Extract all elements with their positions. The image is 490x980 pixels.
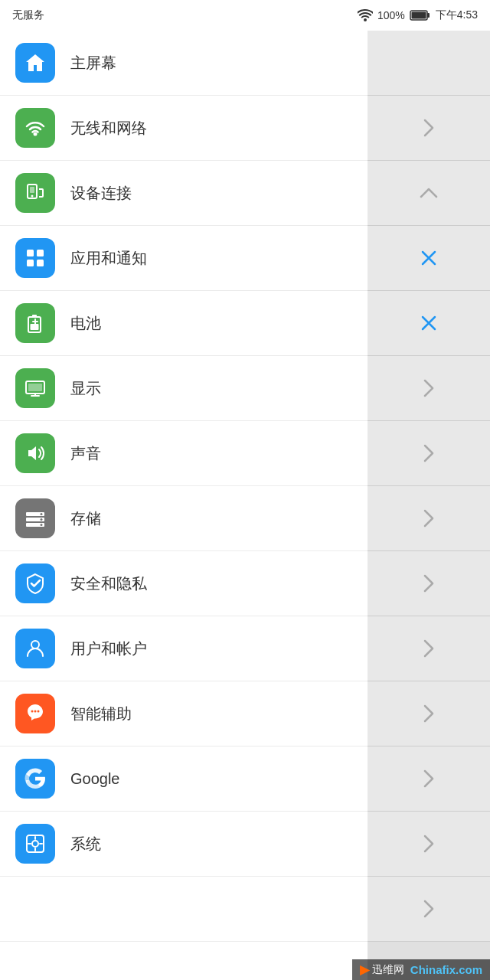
storage-icon	[15, 498, 55, 538]
sidebar-item-assistant[interactable]: 智能辅助	[0, 681, 368, 746]
sidebar-item-wifi[interactable]: 无线和网络	[0, 96, 368, 161]
device-label: 设备连接	[70, 183, 132, 204]
svg-point-3	[34, 132, 38, 136]
svg-point-20	[41, 513, 43, 515]
scroll-item-3[interactable]	[368, 226, 490, 291]
system-label: 系统	[70, 834, 101, 854]
scroll-item-12[interactable]	[368, 812, 490, 877]
scroll-item-1[interactable]	[368, 96, 490, 161]
watermark-logo: ▶	[360, 962, 369, 977]
watermark-site2: Chinafix.com	[410, 963, 482, 976]
sidebar-item-apps[interactable]: 应用和通知	[0, 226, 368, 291]
sidebar-item-home[interactable]: 主屏幕	[0, 31, 368, 96]
sound-label: 声音	[70, 443, 101, 464]
home-icon	[15, 43, 55, 83]
svg-point-26	[38, 710, 40, 713]
scroll-item-8[interactable]	[368, 551, 490, 616]
watermark-site1: 迅维网	[372, 963, 404, 977]
svg-rect-1	[427, 13, 430, 18]
system-icon	[15, 824, 55, 864]
sidebar-item-security[interactable]: 安全和隐私	[0, 551, 368, 616]
svg-point-25	[34, 710, 37, 713]
sidebar-item-user[interactable]: 用户和帐户	[0, 616, 368, 681]
sidebar-item-system[interactable]: 系统	[0, 812, 368, 877]
battery-status-icon	[410, 9, 431, 21]
storage-label: 存储	[70, 508, 101, 529]
scroll-item-7[interactable]	[368, 486, 490, 551]
sidebar-item-device[interactable]: 设备连接	[0, 161, 368, 226]
sidebar-item-extra	[0, 877, 368, 942]
scroll-item-4[interactable]	[368, 291, 490, 356]
security-icon	[15, 564, 55, 603]
sidebar-item-sound[interactable]: 声音	[0, 421, 368, 486]
svg-rect-8	[37, 250, 44, 256]
sidebar-item-storage[interactable]: 存储	[0, 486, 368, 551]
scroll-item-2[interactable]	[368, 161, 490, 226]
scrollbar-panel	[368, 31, 490, 980]
scroll-item-5[interactable]	[368, 356, 490, 421]
status-bar: 无服务 100% 下午4:53	[0, 0, 490, 31]
svg-rect-2	[411, 12, 426, 19]
scroll-item-0	[368, 31, 490, 96]
svg-point-22	[41, 524, 43, 526]
wifi-status-icon	[358, 9, 373, 21]
settings-list: 主屏幕 无线和网络	[0, 31, 368, 980]
apps-icon	[15, 238, 55, 278]
security-label: 安全和隐私	[70, 573, 147, 594]
svg-point-24	[31, 710, 34, 713]
user-icon	[15, 629, 55, 668]
sidebar-item-google[interactable]: Google	[0, 746, 368, 812]
svg-rect-10	[37, 260, 44, 266]
assistant-label: 智能辅助	[70, 704, 132, 724]
apps-label: 应用和通知	[70, 248, 147, 269]
sound-icon	[15, 433, 55, 473]
device-icon	[15, 173, 55, 213]
svg-point-21	[41, 518, 43, 521]
sidebar-item-display[interactable]: 显示	[0, 356, 368, 421]
scroll-item-10[interactable]	[368, 681, 490, 746]
wifi-label: 无线和网络	[70, 118, 147, 139]
svg-rect-12	[32, 315, 37, 318]
svg-rect-7	[27, 250, 34, 256]
user-label: 用户和帐户	[70, 639, 147, 659]
svg-marker-16	[28, 446, 36, 460]
svg-rect-9	[27, 260, 34, 266]
battery-label: 电池	[70, 313, 101, 334]
svg-rect-15	[28, 384, 42, 391]
home-label: 主屏幕	[70, 53, 116, 74]
watermark: ▶ 迅维网 Chinafix.com	[352, 959, 490, 980]
google-label: Google	[70, 770, 120, 788]
display-label: 显示	[70, 378, 101, 399]
assistant-icon	[15, 694, 55, 733]
carrier-text: 无服务	[12, 8, 44, 22]
svg-point-23	[31, 641, 39, 648]
main-content: 主屏幕 无线和网络	[0, 31, 490, 980]
battery-text: 100%	[377, 9, 405, 21]
scroll-item-11[interactable]	[368, 746, 490, 812]
status-right: 100% 下午4:53	[358, 8, 478, 22]
google-icon	[15, 759, 55, 799]
display-icon	[15, 368, 55, 408]
sidebar-item-battery[interactable]: 电池	[0, 291, 368, 356]
scroll-item-13[interactable]	[368, 877, 490, 942]
scroll-item-6[interactable]	[368, 421, 490, 486]
svg-rect-5	[30, 187, 34, 193]
battery-icon-item	[15, 303, 55, 343]
wifi-icon	[15, 108, 55, 148]
svg-point-6	[31, 195, 34, 198]
svg-rect-13	[31, 324, 39, 330]
time-text: 下午4:53	[436, 8, 478, 22]
scroll-item-9[interactable]	[368, 616, 490, 681]
svg-point-28	[32, 841, 38, 847]
